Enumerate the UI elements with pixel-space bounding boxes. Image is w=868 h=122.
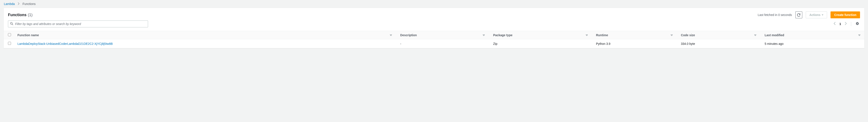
pager-prev[interactable]: [833, 21, 836, 27]
title-wrap: Functions (1): [8, 13, 754, 17]
col-label: Code size: [681, 33, 695, 37]
pager-current: 1: [839, 22, 841, 26]
table-header-row: Function name Description Package type R…: [4, 31, 864, 39]
col-package-type[interactable]: Package type: [489, 31, 591, 39]
breadcrumb-current: Functions: [23, 2, 36, 6]
functions-panel: Functions (1) Last fetched in 0 seconds …: [3, 8, 865, 48]
search-wrap: [8, 21, 148, 27]
col-label: Last modified: [765, 33, 784, 37]
page-title: Functions: [8, 13, 27, 17]
sort-icon: [754, 33, 756, 37]
search-icon: [10, 22, 13, 26]
page-title-count: (1): [28, 13, 33, 17]
sort-icon: [858, 33, 861, 37]
breadcrumb-root-link[interactable]: Lambda: [4, 2, 15, 6]
svg-line-1: [12, 24, 13, 25]
col-label: Runtime: [596, 33, 608, 37]
chevron-right-icon: [18, 2, 20, 6]
function-name-link[interactable]: LambdaDeployStack-UnbiasedCoderLambdaD21…: [18, 42, 113, 45]
col-label: Package type: [493, 33, 513, 37]
select-all-header: [4, 31, 13, 39]
col-function-name[interactable]: Function name: [13, 31, 396, 39]
sort-icon: [671, 33, 673, 37]
actions-button-label: Actions: [809, 13, 820, 17]
pager: 1: [833, 21, 847, 27]
cell-runtime: Python 3.9: [592, 39, 677, 48]
cell-package-type: Zip: [489, 39, 591, 48]
refresh-icon: [797, 13, 800, 17]
row-checkbox[interactable]: [8, 42, 11, 45]
search-input[interactable]: [8, 21, 148, 27]
refresh-button[interactable]: [795, 11, 802, 18]
cell-code-size: 334.0 byte: [677, 39, 760, 48]
sort-icon: [390, 33, 392, 37]
divider: [851, 22, 851, 26]
pager-next[interactable]: [844, 21, 847, 27]
col-label: Description: [400, 33, 417, 37]
col-last-modified[interactable]: Last modified: [760, 31, 864, 39]
actions-button[interactable]: Actions: [806, 11, 827, 18]
col-runtime[interactable]: Runtime: [592, 31, 677, 39]
col-code-size[interactable]: Code size: [677, 31, 760, 39]
table-row: LambdaDeployStack-UnbiasedCoderLambdaD21…: [4, 39, 864, 48]
settings-button[interactable]: [855, 21, 860, 27]
functions-table: Function name Description Package type R…: [4, 31, 864, 48]
sort-icon: [586, 33, 588, 37]
breadcrumb: Lambda Functions: [0, 0, 868, 8]
create-function-button[interactable]: Create function: [831, 11, 860, 18]
gear-icon: [856, 22, 859, 25]
select-all-checkbox[interactable]: [8, 33, 11, 36]
col-label: Function name: [18, 33, 39, 37]
caret-down-icon: [822, 14, 824, 16]
panel-header: Functions (1) Last fetched in 0 seconds …: [4, 8, 864, 19]
last-fetched-text: Last fetched in 0 seconds: [758, 13, 792, 17]
col-description[interactable]: Description: [396, 31, 489, 39]
cell-description: -: [396, 39, 489, 48]
sort-icon: [483, 33, 485, 37]
filter-row: 1: [4, 19, 864, 31]
cell-last-modified: 5 minutes ago: [760, 39, 864, 48]
